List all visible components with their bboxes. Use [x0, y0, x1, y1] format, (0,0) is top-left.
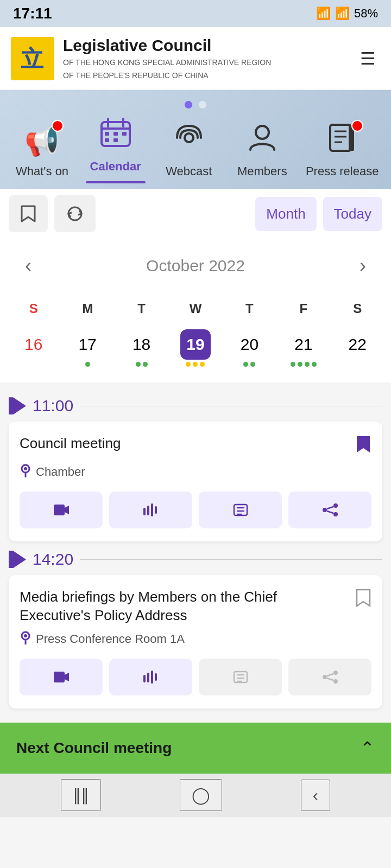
status-time: 17:11 [13, 5, 52, 22]
whats-on-label: What's on [16, 164, 68, 178]
nav-dot-2 [199, 101, 206, 108]
calendar-icon-wrap [97, 117, 135, 155]
calendar-active-underline [86, 181, 146, 183]
cal-date-20: 20 [234, 329, 264, 360]
month-view-btn[interactable]: Month [255, 197, 316, 231]
nav-item-calendar[interactable]: Calendar [86, 117, 146, 183]
sync-toolbar-btn[interactable] [54, 195, 96, 232]
cal-cell-17[interactable]: 17 [60, 325, 114, 372]
calendar-week: 16 17 18 19 2 [7, 325, 384, 372]
cal-cell-22[interactable]: 22 [331, 325, 384, 372]
header-title: Legislative Council [63, 36, 347, 55]
location-pin-icon-2 [20, 630, 31, 648]
header-text: Legislative Council OF THE HONG KONG SPE… [63, 36, 347, 81]
events-container: 11:00 Council meeting Chamber [0, 382, 391, 723]
header-subtitle1: OF THE HONG KONG SPECIAL ADMINISTRATIVE … [63, 58, 347, 68]
share-btn-1[interactable] [288, 492, 371, 528]
next-meeting-label: Next Council meeting [16, 739, 172, 757]
cal-cell-16[interactable]: 16 [7, 325, 60, 372]
svg-rect-38 [143, 675, 146, 682]
svg-rect-7 [122, 132, 127, 136]
day-name-sun: S [7, 297, 60, 321]
list-btn-2[interactable] [199, 659, 282, 695]
svg-line-50 [327, 678, 333, 680]
video-btn-1[interactable] [20, 492, 103, 528]
svg-point-18 [24, 467, 27, 470]
nav-item-webcast[interactable]: Webcast [159, 122, 219, 178]
dot [243, 362, 248, 367]
svg-rect-21 [143, 508, 146, 515]
recents-nav-btn[interactable]: ‹ [301, 780, 330, 811]
next-meeting-banner[interactable]: Next Council meeting ⌃ [0, 723, 391, 774]
bookmark-outline-icon[interactable] [355, 588, 371, 611]
calendar-toolbar: Month Today [0, 189, 391, 239]
event-title-row-2: Media briefings by Members on the Chief … [20, 588, 371, 625]
whats-on-badge [52, 120, 64, 132]
signal-icon: 📶 [335, 7, 350, 21]
cal-cell-18[interactable]: 18 [115, 325, 168, 372]
cal-dots-21 [291, 362, 317, 367]
svg-point-29 [323, 508, 327, 512]
status-bar: 17:11 📶 📶 58% [0, 0, 391, 27]
hamburger-menu[interactable]: ☰ [356, 44, 380, 73]
month-label: Month [266, 206, 305, 222]
svg-rect-19 [54, 505, 65, 515]
prev-month-btn[interactable]: ‹ [16, 250, 40, 282]
calendar-label: Calendar [90, 159, 141, 174]
calendar-header: ‹ October 2022 › [0, 239, 391, 292]
nav-item-members[interactable]: Members [232, 122, 292, 178]
bookmark-filled-icon[interactable] [355, 435, 371, 458]
app-header: 立 Legislative Council OF THE HONG KONG S… [0, 27, 391, 90]
press-release-badge [351, 120, 363, 132]
event-time-1100: 11:00 [33, 397, 73, 415]
event-title-council-meeting: Council meeting [20, 435, 349, 453]
webcast-icon [173, 122, 205, 161]
svg-rect-9 [113, 138, 118, 142]
back-nav-btn[interactable]: ∥∥ [61, 779, 101, 811]
cal-cell-20[interactable]: 20 [223, 325, 276, 372]
cal-cell-19[interactable]: 19 [168, 325, 222, 372]
svg-line-32 [327, 507, 333, 509]
svg-rect-39 [147, 673, 149, 682]
day-name-tue: T [115, 297, 168, 321]
nav-icons: 📢 What's on [0, 117, 391, 183]
bookmark-toolbar-btn[interactable] [9, 195, 48, 232]
press-release-label: Press release [306, 164, 379, 178]
event-card-council-meeting: Council meeting Chamber [9, 422, 382, 541]
audio-btn-1[interactable] [109, 492, 192, 528]
svg-point-31 [333, 512, 338, 516]
time-indicator-icon-2 [9, 551, 26, 568]
calendar-month-year: October 2022 [146, 257, 245, 275]
header-subtitle2: OF THE PEOPLE'S REPUBLIC OF CHINA [63, 71, 347, 81]
list-btn-1[interactable] [199, 492, 282, 528]
webcast-label: Webcast [166, 164, 212, 178]
audio-btn-2[interactable] [109, 659, 192, 695]
dot [305, 362, 310, 367]
svg-rect-24 [155, 506, 157, 514]
press-release-icon-wrap [323, 122, 361, 160]
cal-dots-18 [136, 362, 148, 367]
day-name-sat: S [331, 297, 384, 321]
svg-line-49 [327, 674, 333, 676]
calendar-day-names: S M T W T F S [7, 292, 384, 325]
nav-item-whats-on[interactable]: 📢 What's on [12, 122, 72, 178]
event-actions-2 [20, 659, 371, 695]
svg-point-35 [24, 634, 27, 637]
nav-dots [0, 101, 391, 108]
members-label: Members [237, 164, 287, 178]
video-btn-2[interactable] [20, 659, 103, 695]
nav-item-press-release[interactable]: Press release [306, 122, 379, 178]
cal-date-18: 18 [127, 329, 157, 360]
svg-point-47 [333, 671, 338, 675]
time-divider-1420: 14:20 [9, 550, 382, 569]
event-title-media-briefing: Media briefings by Members on the Chief … [20, 588, 349, 625]
next-month-btn[interactable]: › [351, 250, 375, 282]
share-btn-2[interactable] [288, 659, 371, 695]
svg-rect-8 [105, 138, 109, 142]
today-btn[interactable]: Today [323, 197, 382, 231]
home-nav-btn[interactable]: ◯ [180, 779, 222, 811]
cal-cell-21[interactable]: 21 [276, 325, 330, 372]
calendar-grid: S M T W T F S 16 17 18 19 [0, 292, 391, 382]
svg-point-30 [333, 503, 338, 508]
dot [200, 362, 205, 367]
